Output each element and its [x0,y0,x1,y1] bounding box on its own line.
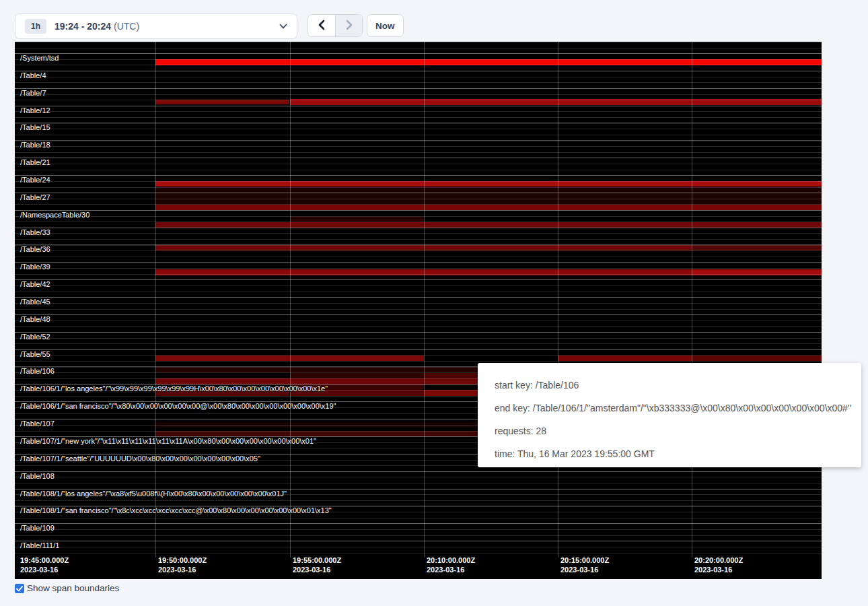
span-key-label: /Table/4 [20,71,46,79]
span-key-label: /Table/107 [20,419,55,428]
span-key-label: /Table/7 [20,89,46,97]
tick-time: 20:15:00.000Z [560,556,609,565]
tick-date: 2023-03-16 [293,565,341,574]
span-key-label: /Table/106/1/"los angeles"/"\x99\x99\x99… [20,384,328,393]
check-icon [16,582,23,595]
heatmap-band [155,59,822,65]
heatmap-band [155,205,822,210]
now-button[interactable]: Now [367,14,404,37]
heatmap-band [290,99,822,105]
time-range-nav [308,14,363,37]
range-times: 19:24 - 20:24 [55,21,111,32]
tick-date: 2023-03-16 [20,565,69,574]
heatmap-band [290,217,424,222]
span-key-label: /Table/12 [20,106,50,114]
chevron-down-icon [279,24,287,29]
tick-date: 2023-03-16 [427,565,475,574]
span-key-label: /Table/108 [20,472,55,480]
heatmap-band [155,181,822,187]
heatmap-band [692,356,822,361]
tick-time: 19:45:00.000Z [20,556,69,565]
time-axis-tick: 19:55:00.000Z2023-03-16 [293,556,341,574]
span-boundary-hlines [15,42,822,556]
span-key-label: /Table/21 [20,158,50,166]
span-key-label: /Table/18 [20,141,50,149]
span-key-label: /Table/45 [20,298,50,306]
tick-date: 2023-03-16 [560,565,609,574]
heatmap-band [155,356,424,361]
tooltip-requests: requests: 28 [495,424,844,438]
span-key-label: /Table/108/1/"san francisco"/"\x8c\xcc\x… [20,506,332,514]
range-duration-badge: 1h [25,19,46,34]
span-key-label: /System/tsd [20,54,59,62]
hover-tooltip: start key: /Table/106 end key: /Table/10… [478,363,861,467]
tooltip-time: time: Thu, 16 Mar 2023 19:55:00 GMT [495,447,844,461]
checkbox-label: Show span boundaries [27,583,119,593]
time-axis-tick: 19:50:00.000Z2023-03-16 [158,556,207,574]
span-key-label: /Table/24 [20,176,50,184]
span-key-label: /Table/42 [20,280,50,288]
time-axis-tick: 20:15:00.000Z2023-03-16 [560,556,609,574]
span-key-label: /Table/48 [20,315,50,323]
span-key-label: /Table/33 [20,228,50,236]
tick-time: 19:55:00.000Z [293,556,341,565]
chevron-left-icon [317,20,326,32]
next-range-button[interactable] [335,15,362,36]
time-bucket-line [558,42,558,558]
time-bucket-line [155,42,156,558]
span-key-label: /Table/111/1 [20,541,59,549]
heatmap-band [155,390,289,396]
time-bucket-line [692,42,692,558]
span-key-label: /Table/108/1/"los angeles"/"\xa8\xf5\u00… [20,490,287,498]
time-axis-tick: 19:45:00.000Z2023-03-16 [20,556,69,574]
span-key-label: /Table/107/1/"seattle"/"UUUUUUD\x00\x80\… [20,454,260,463]
heatmap-band [155,245,692,250]
heatmap-band [155,222,822,228]
tick-time: 19:50:00.000Z [158,556,207,565]
heatmap-band [155,187,822,205]
heatmap-band [290,384,424,390]
time-bucket-line [290,42,291,558]
span-key-label: /Table/55 [20,350,50,358]
span-key-label: /Table/15 [20,123,50,131]
footer-controls: Show span boundaries [15,583,119,593]
heatmap-band [155,100,289,104]
heatmap-band [290,373,424,378]
time-axis-tick: 20:10:00.000Z2023-03-16 [427,556,475,574]
heatmap-band [558,356,692,361]
span-boundary-hlines-major [15,53,822,556]
tick-date: 2023-03-16 [694,565,743,574]
span-key-label: /NamespaceTable/30 [20,211,89,219]
tooltip-start-key: start key: /Table/106 [495,378,844,393]
show-span-boundaries-checkbox[interactable] [15,584,24,593]
tick-time: 20:10:00.000Z [427,556,475,565]
heatmap-band [155,269,692,275]
span-key-label: /Table/36 [20,245,50,253]
heatmap-band [692,245,822,250]
range-text: 19:24 - 20:24 (UTC) [55,21,139,32]
span-key-label: /Table/106/1/"san francisco"/"\x80\x00\x… [20,402,336,410]
chevron-right-icon [345,20,354,32]
span-key-label: /Table/109 [20,524,55,532]
prev-range-button[interactable] [308,15,335,36]
span-key-label: /Table/52 [20,333,50,341]
tooltip-end-key: end key: /Table/106/1/"amsterdam"/"\xb33… [495,401,844,415]
key-visualizer-canvas[interactable]: /System/tsd/Table/4/Table/7/Table/12/Tab… [15,42,822,579]
span-key-label: /Table/39 [20,263,50,271]
tick-time: 20:20:00.000Z [694,556,743,565]
span-key-label: /Table/27 [20,193,50,201]
span-key-label: /Table/107/1/"new york"/"\x11\x11\x11\x1… [20,437,316,445]
heatmap-band [290,390,424,396]
span-key-label: /Table/106 [20,367,55,375]
heatmap-band [692,269,822,275]
time-axis-tick: 20:20:00.000Z2023-03-16 [694,556,743,574]
tick-date: 2023-03-16 [158,565,207,574]
time-bucket-line [424,42,425,558]
range-utc-suffix: (UTC) [114,21,139,32]
time-range-selector[interactable]: 1h 19:24 - 20:24 (UTC) [15,13,297,39]
